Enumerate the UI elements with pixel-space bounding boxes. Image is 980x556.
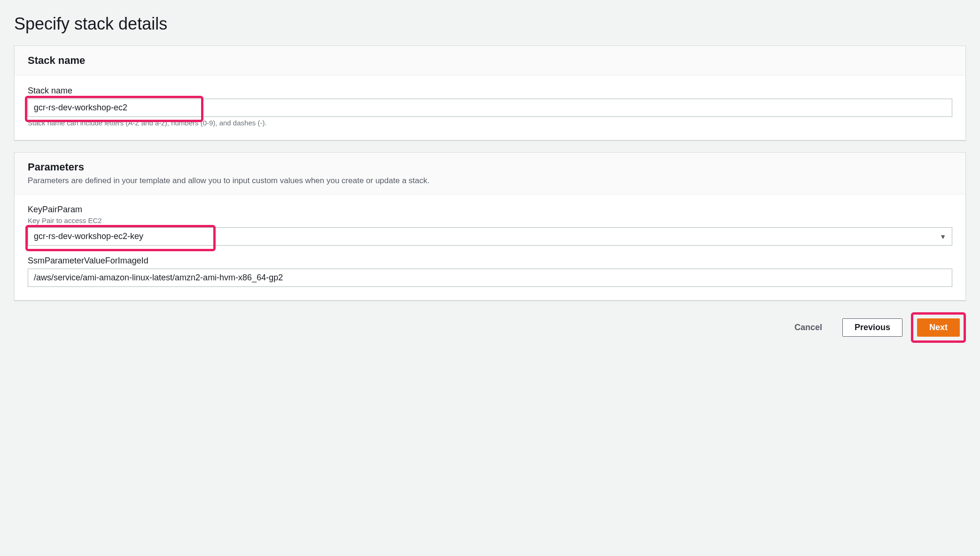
stack-name-input[interactable] <box>28 99 952 117</box>
stack-name-heading: Stack name <box>28 54 952 67</box>
parameters-subtitle: Parameters are defined in your template … <box>28 176 952 185</box>
footer-actions: Cancel Previous Next <box>14 312 966 343</box>
keypair-value: gcr-rs-dev-workshop-ec2-key <box>34 232 143 241</box>
highlight-annotation: Next <box>911 312 966 343</box>
ssm-label: SsmParameterValueForImageId <box>28 256 952 266</box>
stack-name-panel: Stack name Stack name Stack name can inc… <box>14 46 966 140</box>
previous-button[interactable]: Previous <box>842 318 902 337</box>
stack-name-header: Stack name <box>15 46 965 76</box>
parameters-header: Parameters Parameters are defined in you… <box>15 153 965 194</box>
chevron-down-icon: ▼ <box>940 233 946 240</box>
ssm-input[interactable] <box>28 269 952 287</box>
cancel-button[interactable]: Cancel <box>783 319 834 336</box>
parameters-heading: Parameters <box>28 161 952 173</box>
next-button[interactable]: Next <box>917 318 960 337</box>
page-title: Specify stack details <box>14 14 966 34</box>
parameters-panel: Parameters Parameters are defined in you… <box>14 152 966 301</box>
keypair-desc: Key Pair to access EC2 <box>28 216 952 224</box>
keypair-label: KeyPairParam <box>28 205 952 215</box>
stack-name-label: Stack name <box>28 86 952 96</box>
keypair-select[interactable]: gcr-rs-dev-workshop-ec2-key ▼ <box>28 227 952 246</box>
stack-name-hint: Stack name can include letters (A-Z and … <box>28 119 952 127</box>
